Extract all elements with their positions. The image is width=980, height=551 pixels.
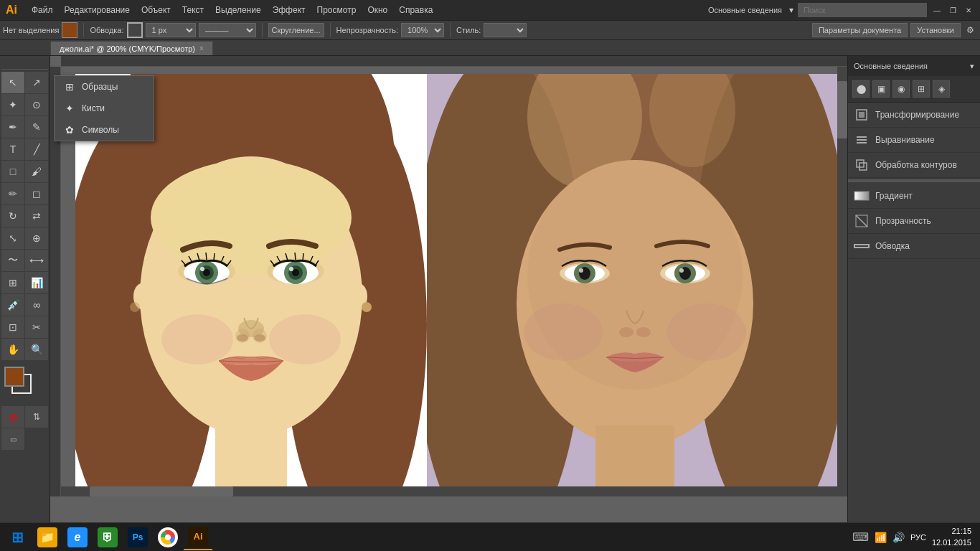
panel-gradient[interactable]: Градиент [848,184,980,209]
panel-transparency[interactable]: Прозрачность [848,209,980,234]
panel-icon-btn-5[interactable]: ◈ [933,80,950,98]
pen-tool[interactable]: ✒ [1,116,24,138]
lasso-tool[interactable]: ⊙ [25,94,48,116]
style-select[interactable] [484,23,527,37]
shape-builder-tool[interactable]: ⊞ [1,272,24,293]
horizontal-scrollbar[interactable] [61,486,837,496]
menu-brushes[interactable]: ✦ Кисти [55,98,154,119]
network-icon[interactable]: 📶 [875,532,887,543]
no-selection-label: Нет выделения [3,26,59,34]
menu-window[interactable]: Окно [362,0,393,20]
menu-select[interactable]: Выделение [209,0,267,20]
rotate-tool[interactable]: ↻ [1,205,24,227]
tool-row-5: □ 🖌 [1,161,48,182]
taskbar-chrome[interactable] [154,524,182,550]
paintbrush-tool[interactable]: 🖌 [25,161,48,182]
settings-icon[interactable]: ⚙ [963,23,977,37]
tab-close-button[interactable]: × [199,44,204,52]
magic-wand-tool[interactable]: ✦ [1,94,24,116]
stroke-panel-label: Обводка [875,241,910,251]
menu-file[interactable]: Файл [26,0,59,20]
hscroll-thumb[interactable] [90,486,233,496]
direct-select-tool[interactable]: ↗ [25,72,48,93]
vertical-scrollbar[interactable] [837,67,847,496]
pathfinder-icon [854,157,870,173]
fill-color-swatch[interactable] [62,22,77,38]
panel-icon-btn-4[interactable]: ⊞ [913,80,930,98]
fill-box[interactable] [4,367,24,387]
warp-tool[interactable]: 〜 [1,250,24,271]
stroke-width-select[interactable]: 1 px [146,23,196,37]
blend-tool[interactable]: ∞ [25,294,48,316]
svg-point-63 [679,268,684,273]
panel-icon-btn-2[interactable]: ▣ [872,80,890,98]
menu-swatches[interactable]: ⊞ Образцы [55,76,154,98]
canvas-area[interactable] [50,56,847,525]
taskbar-antivirus[interactable]: ⛨ [93,524,122,550]
slice-tool[interactable]: ✂ [25,316,48,338]
close-button[interactable]: ✕ [963,4,974,16]
panel-transform[interactable]: Трансформирование [848,103,980,128]
volume-icon[interactable]: 🔊 [892,532,905,543]
taskbar-illustrator[interactable]: Ai [184,524,212,550]
stroke-style-select[interactable]: ——— [199,23,256,37]
svg-point-42 [130,302,140,312]
panel-align[interactable]: Выравнивание [848,128,980,153]
language-indicator[interactable]: РУС [910,533,926,542]
search-input[interactable] [798,3,927,17]
artboard-view-button[interactable]: ▭ [1,428,24,450]
panel-pathfinder[interactable]: Обработка контуров [848,153,980,178]
hand-tool[interactable]: ✋ [1,339,24,360]
line-tool[interactable]: ╱ [25,138,48,160]
menu-effect[interactable]: Эффект [267,0,311,20]
taskbar-photoshop[interactable]: Ps [123,524,152,550]
type-tool[interactable]: T [1,138,24,160]
taskbar-explorer[interactable]: 📁 [33,524,62,550]
graph-tool[interactable]: 📊 [25,272,48,293]
tool-row-13: ✋ 🔍 [1,339,48,360]
taskbar-ie[interactable]: e [63,524,92,550]
eyedropper-tool[interactable]: 💉 [1,294,24,316]
antivirus-icon: ⛨ [98,527,118,547]
eraser-tool[interactable]: ◻ [25,183,48,204]
panel-stroke[interactable]: Обводка [848,234,980,259]
settings-button[interactable]: Установки [910,23,961,37]
svg-point-78 [165,534,171,540]
rect-tool[interactable]: □ [1,161,24,182]
panel-icon-btn-1[interactable]: ⬤ [852,80,870,98]
menu-view[interactable]: Просмотр [311,0,362,20]
none-fill-button[interactable]: ⊘ [1,406,24,428]
doc-params-button[interactable]: Параметры документа [812,23,908,37]
restore-button[interactable]: ❐ [947,4,958,16]
minimize-button[interactable]: — [931,4,943,16]
menu-object[interactable]: Объект [136,0,176,20]
canvas-scroll[interactable] [61,67,847,496]
scale-tool[interactable]: ⤡ [1,227,24,249]
panel-icon-btn-3[interactable]: ◉ [892,80,910,98]
document-tab[interactable]: джоли.ai* @ 200% (CMYK/Просмотр) × [50,41,213,55]
stroke-color-swatch[interactable] [127,22,143,38]
artboard-tool[interactable]: ⊡ [1,316,24,338]
opacity-select[interactable]: 100% [401,23,444,37]
menu-symbols[interactable]: ✿ Символы [55,119,154,141]
pencil-tool[interactable]: ✏ [1,183,24,204]
round-button[interactable]: Скругление... [268,23,324,37]
panel-expand-icon[interactable]: ▾ [970,62,974,71]
panel-icon-row: ⬤ ▣ ◉ ⊞ ◈ [848,76,980,103]
mirror-tool[interactable]: ⇄ [25,205,48,227]
svg-point-5 [151,160,352,275]
vscroll-thumb[interactable] [837,81,847,138]
menu-edit[interactable]: Редактирование [59,0,136,20]
selection-tool[interactable]: ↖ [1,72,24,93]
keyboard-icon[interactable]: ⌨ [852,530,869,544]
zoom-tool[interactable]: 🔍 [25,339,48,360]
add-anchor-tool[interactable]: ✎ [25,116,48,138]
panel-dropdown-icon[interactable]: ▾ [789,5,793,15]
swap-color-button[interactable]: ⇅ [25,406,48,428]
reshape-tool[interactable]: ⊕ [25,227,48,249]
menu-help[interactable]: Справка [393,0,438,20]
reference-photo [427,74,843,496]
menu-text[interactable]: Текст [176,0,209,20]
start-button[interactable]: ⊞ [3,524,32,550]
width-tool[interactable]: ⟷ [25,250,48,271]
